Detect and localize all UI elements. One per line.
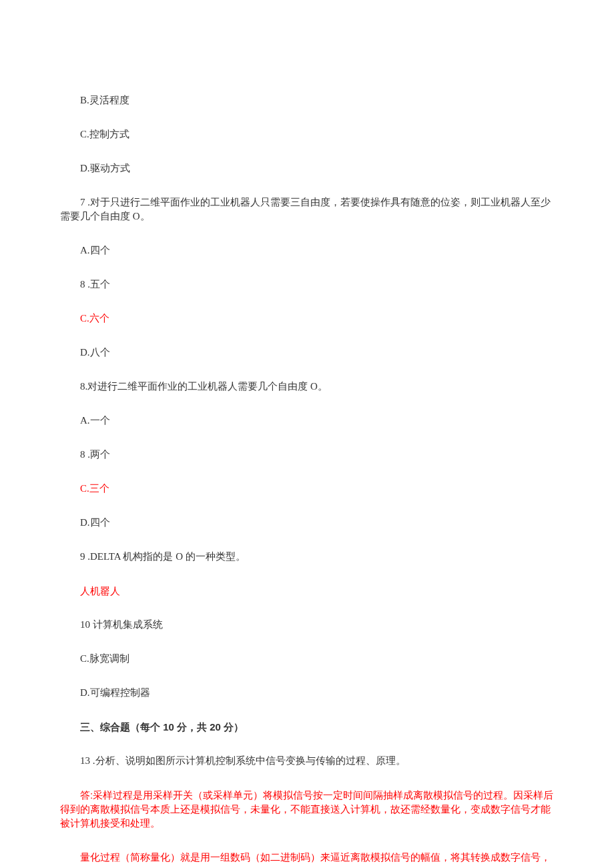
- section-heading: 三、综合题（每个 10 分，共 20 分）: [60, 720, 554, 734]
- option-text: D.八个: [60, 346, 554, 360]
- answer-text: 人机罂人: [60, 584, 554, 598]
- question-text: 7 .对于只进行二维平面作业的工业机器人只需要三自由度，若要使操作具有随意的位姿…: [60, 195, 554, 224]
- option-text: C.控制方式: [60, 127, 554, 141]
- option-text: D.驱动方式: [60, 161, 554, 175]
- question-text: 13 .分析、说明如图所示计算机控制系统中信号变换与传输的过程、原理。: [60, 754, 554, 768]
- question-text: 9 .DELTA 机构指的是 O 的一种类型。: [60, 550, 554, 564]
- answer-text: C.六个: [60, 312, 554, 326]
- option-text: D.四个: [60, 516, 554, 530]
- option-text: A.四个: [60, 244, 554, 258]
- document-page: B.灵活程度 C.控制方式 D.驱动方式 7 .对于只进行二维平面作业的工业机器…: [0, 0, 614, 868]
- question-text: 8.对进行二维平面作业的工业机器人需要几个自由度 O。: [60, 380, 554, 394]
- answer-text: C.三个: [60, 482, 554, 496]
- answer-paragraph: 量化过程（简称量化）就是用一组数码（如二进制码）来逼近离散模拟信号的幅值，将其转…: [60, 850, 554, 864]
- answer-paragraph: 答:采样过程是用采样开关（或采样单元）将模拟信号按一定时间间隔抽样成离散模拟信号…: [60, 788, 554, 830]
- option-text: 10 计算机集成系统: [60, 618, 554, 632]
- option-text: B.灵活程度: [60, 93, 554, 107]
- option-text: 8 .两个: [60, 448, 554, 462]
- option-text: D.可编程控制器: [60, 686, 554, 700]
- option-text: 8 .五个: [60, 278, 554, 292]
- option-text: A.一个: [60, 414, 554, 428]
- option-text: C.脉宽调制: [60, 652, 554, 666]
